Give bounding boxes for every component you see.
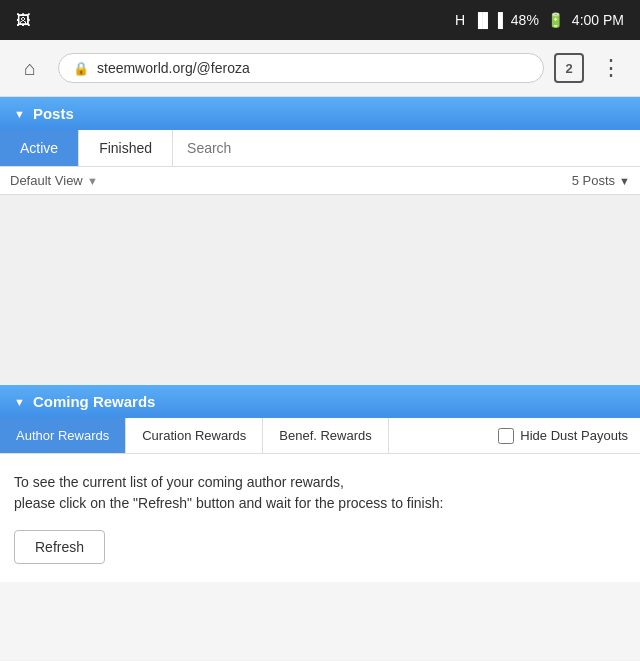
- home-button[interactable]: ⌂: [12, 50, 48, 86]
- view-row: Default View ▼ 5 Posts ▼: [0, 167, 640, 195]
- info-text: To see the current list of your coming a…: [14, 472, 626, 514]
- clock: 4:00 PM: [572, 12, 624, 28]
- lock-icon: 🔒: [73, 61, 89, 76]
- status-bar: 🖼 H ▐▌▐ 48% 🔋 4:00 PM: [0, 0, 640, 40]
- posts-tabs-row: Active Finished: [0, 130, 640, 167]
- coming-rewards-title: Coming Rewards: [33, 393, 156, 410]
- author-rewards-tab[interactable]: Author Rewards: [0, 418, 126, 453]
- menu-button[interactable]: ⋮: [594, 51, 628, 85]
- posts-chevron-icon: ▼: [14, 108, 25, 120]
- bars-icon: ▐▌▐: [473, 12, 503, 28]
- address-bar[interactable]: 🔒 steemworld.org/@feroza: [58, 53, 544, 83]
- url-text: steemworld.org/@feroza: [97, 60, 250, 76]
- view-chevron-icon: ▼: [87, 175, 98, 187]
- empty-posts-area: [0, 195, 640, 385]
- hide-dust-text: Hide Dust Payouts: [520, 428, 628, 443]
- page-content: ▼ Posts Active Finished Default View ▼ 5…: [0, 97, 640, 660]
- finished-tab[interactable]: Finished: [79, 130, 173, 166]
- battery-icon: 🔋: [547, 12, 564, 28]
- rewards-tabs-row: Author Rewards Curation Rewards Benef. R…: [0, 418, 640, 454]
- battery-percent: 48%: [511, 12, 539, 28]
- coming-rewards-header[interactable]: ▼ Coming Rewards: [0, 385, 640, 418]
- benef-rewards-tab[interactable]: Benef. Rewards: [263, 418, 389, 453]
- rewards-chevron-icon: ▼: [14, 396, 25, 408]
- browser-chrome: ⌂ 🔒 steemworld.org/@feroza 2 ⋮: [0, 40, 640, 97]
- search-input[interactable]: [173, 130, 640, 166]
- posts-count: 5 Posts: [572, 173, 615, 188]
- signal-icon: H: [455, 12, 465, 28]
- curation-rewards-tab[interactable]: Curation Rewards: [126, 418, 263, 453]
- hide-dust-checkbox[interactable]: [498, 428, 514, 444]
- hide-dust-label[interactable]: Hide Dust Payouts: [486, 420, 640, 452]
- posts-section-title: Posts: [33, 105, 74, 122]
- info-area: To see the current list of your coming a…: [0, 454, 640, 582]
- active-tab[interactable]: Active: [0, 130, 79, 166]
- refresh-button[interactable]: Refresh: [14, 530, 105, 564]
- view-select[interactable]: Default View: [10, 173, 83, 188]
- posts-section-header[interactable]: ▼ Posts: [0, 97, 640, 130]
- notification-icon: 🖼: [16, 12, 30, 28]
- posts-count-chevron-icon: ▼: [619, 175, 630, 187]
- tab-count[interactable]: 2: [554, 53, 584, 83]
